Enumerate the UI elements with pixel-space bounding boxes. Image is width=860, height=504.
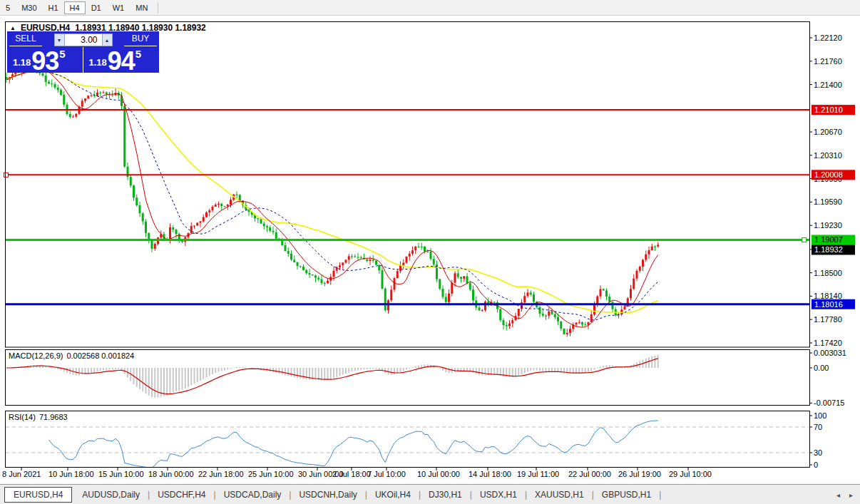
rsi-name: RSI(14) — [9, 413, 36, 421]
timeframe-button-d1[interactable]: D1 — [86, 1, 107, 14]
svg-text:-0.00715: -0.00715 — [814, 398, 844, 407]
buy-button[interactable]: BUY — [124, 34, 157, 46]
candles-layer — [6, 59, 660, 336]
tab-gbpusd-h1[interactable]: GBPUSD,H1 — [595, 487, 658, 503]
tab-usdcad-daily[interactable]: USDCAD,Daily — [217, 487, 289, 503]
svg-text:1.18500: 1.18500 — [814, 269, 842, 277]
svg-text:1.20670: 1.20670 — [814, 128, 842, 136]
tab-usdchf-h4[interactable]: USDCHF,H4 — [150, 487, 213, 503]
svg-text:1.19007: 1.19007 — [814, 235, 843, 244]
svg-text:1.21400: 1.21400 — [814, 81, 842, 89]
svg-text:0.00: 0.00 — [814, 364, 829, 372]
svg-text:1.19590: 1.19590 — [814, 197, 842, 206]
volume-decrease-button[interactable]: ▼ — [54, 34, 65, 46]
buy-price-prefix: 1.18 — [89, 57, 107, 68]
tab-separator: | — [658, 490, 662, 500]
svg-text:25 Jun 10:00: 25 Jun 10:00 — [248, 470, 294, 478]
buy-price[interactable]: 1.18 94 5 — [83, 47, 160, 73]
svg-text:1.18016: 1.18016 — [814, 300, 843, 309]
price-label-1.18016: 1.18016 — [812, 299, 855, 309]
svg-text:14 Jul 18:00: 14 Jul 18:00 — [469, 470, 511, 478]
tab-scroll-arrows: ◂▸ — [836, 491, 853, 499]
svg-text:0.003031: 0.003031 — [814, 349, 846, 357]
rsi-line — [49, 421, 658, 468]
triangle-up-icon: ▲ — [105, 38, 110, 43]
svg-text:7 Jul 10:00: 7 Jul 10:00 — [367, 470, 406, 478]
tab-audusd-daily[interactable]: AUDUSD,Daily — [75, 487, 147, 503]
svg-text:19 Jul 11:00: 19 Jul 11:00 — [517, 470, 559, 478]
timeframe-button-m30[interactable]: M30 — [16, 1, 42, 14]
svg-text:70: 70 — [814, 423, 822, 431]
chart-canvas[interactable]: 1.221201.217601.214001.206701.203101.199… — [0, 0, 860, 504]
buy-price-sup: 5 — [135, 48, 141, 60]
svg-text:10 Jun 18:00: 10 Jun 18:00 — [48, 470, 94, 478]
sell-button[interactable]: SELL — [9, 34, 42, 46]
moving-averages-layer — [6, 68, 658, 327]
svg-text:10 Jul 00:00: 10 Jul 00:00 — [417, 470, 460, 478]
macd-indicator-label: MACD(12,26,9) 0.002568 0.001824 — [9, 351, 134, 360]
price-label-1.20008: 1.20008 — [812, 170, 855, 180]
volume-input[interactable] — [65, 34, 102, 46]
collapse-triangle-icon: ▲ — [10, 25, 16, 31]
rsi-value: 71.9683 — [39, 413, 68, 421]
svg-text:0: 0 — [814, 461, 818, 469]
ma-mid-line — [6, 71, 658, 320]
buy-price-big: 94 — [108, 51, 135, 71]
tab-eurusd-h4[interactable]: EURUSD,H4 — [4, 487, 72, 503]
tab-scroll-right-icon[interactable]: ▸ — [849, 491, 853, 499]
svg-text:26 Jul 19:00: 26 Jul 19:00 — [618, 470, 661, 478]
timeframe-button-mn[interactable]: MN — [130, 1, 153, 14]
macd-signal-line — [6, 359, 658, 394]
volume-increase-button[interactable]: ▲ — [102, 34, 113, 46]
svg-text:1.20310: 1.20310 — [814, 151, 842, 160]
ma-fast-line — [6, 68, 658, 327]
svg-text:1.20008: 1.20008 — [814, 170, 843, 179]
svg-text:1.18932: 1.18932 — [814, 245, 843, 254]
timeframe-button-5[interactable]: 5 — [0, 1, 16, 14]
macd-name: MACD(12,26,9) — [9, 351, 63, 360]
timeframe-button-w1[interactable]: W1 — [107, 1, 130, 14]
toolbar-separator — [158, 2, 158, 14]
svg-text:15 Jun 10:00: 15 Jun 10:00 — [98, 470, 144, 478]
tab-dj30-h1[interactable]: DJ30,H1 — [421, 487, 469, 503]
macd-histogram — [6, 355, 658, 398]
hline-handle-icon[interactable] — [802, 237, 807, 242]
svg-text:1.17420: 1.17420 — [814, 339, 842, 347]
triangle-down-icon: ▼ — [57, 38, 62, 43]
tab-xauusd-h1[interactable]: XAUUSD,H1 — [528, 487, 591, 503]
sell-price-sup: 5 — [59, 48, 65, 60]
trade-panel-prices: 1.18 93 5 1.18 94 5 — [7, 47, 159, 73]
volume-spinner: ▼ ▲ — [45, 34, 121, 46]
rsi-indicator-label: RSI(14) 71.9683 — [9, 413, 68, 421]
timeframe-button-h4[interactable]: H4 — [64, 1, 86, 14]
tab-ukoil-h4[interactable]: UKOil,H4 — [368, 487, 418, 503]
hline-handle-icon[interactable] — [4, 173, 9, 177]
svg-text:18 Jun 00:00: 18 Jun 00:00 — [148, 470, 194, 478]
svg-text:2 Jul 18:00: 2 Jul 18:00 — [332, 470, 371, 478]
one-click-trading-panel: SELL ▼ ▲ BUY 1.18 93 5 1.18 94 5 — [7, 31, 159, 73]
ma-slow-line — [6, 71, 658, 313]
svg-text:22 Jun 18:00: 22 Jun 18:00 — [198, 470, 244, 478]
time-axis: 8 Jun 202110 Jun 18:0015 Jun 10:0018 Jun… — [2, 468, 712, 478]
tab-scroll-left-icon[interactable]: ◂ — [836, 491, 840, 499]
svg-text:30: 30 — [814, 448, 822, 457]
sell-price-big: 93 — [31, 51, 58, 71]
current-price-label: 1.18932 — [812, 245, 855, 254]
rsi-layer — [6, 421, 809, 468]
timeframe-toolbar: 5M30H1H4D1W1MN — [0, 0, 860, 16]
trade-panel-top-row: SELL ▼ ▲ BUY — [7, 31, 159, 47]
tab-usdcnh-daily[interactable]: USDCNH,Daily — [292, 487, 364, 503]
timeframe-button-h1[interactable]: H1 — [43, 1, 64, 14]
sell-price[interactable]: 1.18 93 5 — [7, 47, 83, 73]
tab-usdx-h1[interactable]: USDX,H1 — [473, 487, 524, 503]
svg-text:1.21010: 1.21010 — [814, 106, 843, 114]
svg-text:22 Jul 00:00: 22 Jul 00:00 — [568, 470, 611, 478]
price-label-1.21010: 1.21010 — [812, 105, 855, 115]
price-label-1.19007: 1.19007 — [812, 235, 855, 245]
svg-text:1.17780: 1.17780 — [814, 315, 842, 324]
svg-text:29 Jul 10:00: 29 Jul 10:00 — [669, 470, 712, 478]
svg-text:1.21760: 1.21760 — [814, 57, 842, 66]
svg-text:1.19230: 1.19230 — [814, 221, 842, 230]
svg-text:100: 100 — [814, 411, 826, 420]
chart-tabbar: EURUSD,H4AUDUSD,Daily|USDCHF,H4|USDCAD,D… — [0, 484, 860, 504]
